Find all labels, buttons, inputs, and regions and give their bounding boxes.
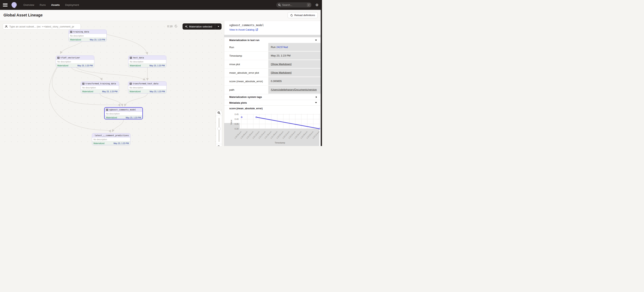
zoom-out-button[interactable] [216,144,222,146]
section-metadata-plots[interactable]: Metadata plots [224,100,321,106]
nav-item-overview[interactable]: Overview [23,4,34,7]
table-icon [106,109,108,111]
nav-item-assets[interactable]: Assets [51,4,60,7]
section-system-tags[interactable]: Materialization system tags [224,94,321,100]
table-icon [130,83,132,85]
chevron-down-icon [218,26,219,27]
value-link[interactable]: [Show Markdown] [271,63,292,66]
zoom-in-icon [217,111,220,115]
dagster-logo[interactable] [10,2,18,9]
node-status: Materialized [82,90,93,93]
gear-icon[interactable]: ⚙ [316,3,318,7]
metadata-row-rmse-plot: rmse plot[Show Markdown] [224,60,321,69]
zoom-in-button[interactable] [216,110,222,116]
data-point-marker[interactable] [319,128,320,129]
section-label: Materialization in last run [229,39,260,42]
table-icon [57,57,60,59]
timer-refresh-icon[interactable] [174,25,178,28]
run-id-link[interactable]: 242374ad [276,46,288,49]
asset-node-xgboost_comments_model[interactable]: xgboost_comments_modelNo descriptionMate… [104,107,143,119]
filter-placeholder: Type an asset subset... (ex: ++latest_st… [9,25,74,28]
metadata-row-mean-absolute-error-plot: mean_absolute_error plot[Show Markdown] [224,69,321,77]
node-footer: MaterializedMay 23, 1:23 PM [128,63,166,67]
materialize-selected-button[interactable]: Materialize selected [182,24,222,30]
horizontal-scrollbar[interactable] [224,35,321,37]
nav-item-deployment[interactable]: Deployment [65,4,79,7]
node-description: No description [81,86,119,89]
score-line-chart: 0.300.350.400.451:20:36 p.m.1:20:48 p.m.… [224,110,321,146]
asset-node-tfidf_vectorizer[interactable]: tfidf_vectorizerNo descriptionMaterializ… [56,56,94,68]
y-tick-label: 0.30 [235,128,239,130]
section-materialization-last-run[interactable]: Materialization in last run [224,37,321,43]
node-name: xgboost_comments_model [109,109,136,111]
metadata-value: Run 242374ad [268,43,321,52]
metadata-label: score (mean_absolute_error) [224,77,268,86]
value-link[interactable]: [Show Markdown] [271,71,292,74]
edge-xgboost_comments_model-to-latest_…_comment_predictions [112,119,124,132]
node-header: training_data [69,30,106,34]
reload-label: Reload definitions [294,14,315,17]
node-name: transformed_test_data [133,82,158,85]
chevron-right-icon [316,96,317,98]
zoom-slider-handle[interactable] [217,127,220,130]
materialize-dropdown-button[interactable] [215,24,222,30]
metadata-label: mean_absolute_error plot [224,69,268,77]
node-footer: MaterializedMay 23, 1:23 PM [56,63,94,67]
node-name: transformed_training_data [86,82,116,85]
page-title: Global Asset Lineage [4,13,43,18]
sparkle-icon [185,25,188,28]
search-shortcut-badge: / [307,3,310,7]
node-header: transformed_test_data [128,82,166,86]
node-footer: MaterializedMay 23, 1:23 PM [92,141,130,145]
node-description: No description [56,60,94,63]
node-header: transformed_training_data [81,82,119,86]
edge-transformed_test_data-to-xgboost_comments_model [125,93,148,106]
node-timestamp: May 23, 1:23 PM [126,116,141,119]
node-name: training_data [73,31,89,33]
asset-lineage-graph[interactable]: training_dataNo descriptionMaterializedM… [0,21,224,146]
node-timestamp: May 23, 1:23 PM [114,142,129,144]
value-link[interactable]: /Users/odetteharary/Documents/version [271,88,317,91]
search-input[interactable]: Search... / [276,2,312,8]
node-status: Materialized [70,39,81,41]
metadata-value: /Users/odetteharary/Documents/version [268,86,321,94]
asset-node-latest_…_comment_predictions[interactable]: latest_…_comment_predictionsNo descripti… [92,133,130,145]
nav-menu: Overview Runs Assets Deployment [23,4,79,7]
metadata-label: rmse plot [224,60,268,69]
asset-subset-filter-input[interactable]: Type an asset subset... (ex: ++latest_st… [3,24,81,30]
nav-item-runs[interactable]: Runs [40,4,46,7]
materialize-label: Materialize selected [189,25,212,28]
node-timestamp: May 23, 1:23 PM [150,64,165,67]
zoom-slider[interactable] [216,116,222,144]
page-header: Global Asset Lineage Reload definitions [0,10,322,21]
node-status: Materialized [106,116,117,119]
value-text: May 23, 1:23 PM [271,54,290,57]
node-header: test_data [128,56,166,60]
node-status: Materialized [130,90,140,93]
y-axis-title: Value [230,120,232,125]
reload-definitions-button[interactable]: Reload definitions [288,12,318,18]
table-icon [82,83,84,85]
asset-details-panel: xgboost_comments_model View in Asset Cat… [224,21,321,146]
data-point-marker[interactable] [241,117,242,118]
node-footer: MaterializedMay 23, 1:23 PM [69,38,106,41]
asset-node-test_data[interactable]: test_dataNo descriptionMaterializedMay 2… [128,56,166,68]
edge-transformed_training_data-to-xgboost_comments_model [100,93,122,106]
plot-title: score (mean_absolute_error) [229,107,262,110]
metadata-row-run: RunRun 242374ad [224,43,321,52]
node-description: No description [92,137,130,141]
node-name: tfidf_vectorizer [60,57,80,59]
top-nav: Overview Runs Assets Deployment Search..… [0,0,322,10]
asset-node-training_data[interactable]: training_dataNo descriptionMaterializedM… [68,30,107,42]
chevron-down-icon [315,40,317,41]
section-label: Materialization system tags [229,96,262,98]
asset-node-transformed_training_data[interactable]: transformed_training_dataNo descriptionM… [81,81,119,93]
hamburger-menu-icon[interactable] [3,4,8,7]
data-point-marker[interactable] [256,117,257,118]
node-status: Materialized [57,64,68,67]
view-in-asset-catalog-link[interactable]: View in Asset Catalog [229,28,258,31]
asset-node-transformed_test_data[interactable]: transformed_test_dataNo descriptionMater… [128,81,166,93]
edge-training_data-to-test_data [107,35,148,54]
node-header: latest_…_comment_predictions [92,133,130,137]
run-value: Run 242374ad [271,46,288,49]
